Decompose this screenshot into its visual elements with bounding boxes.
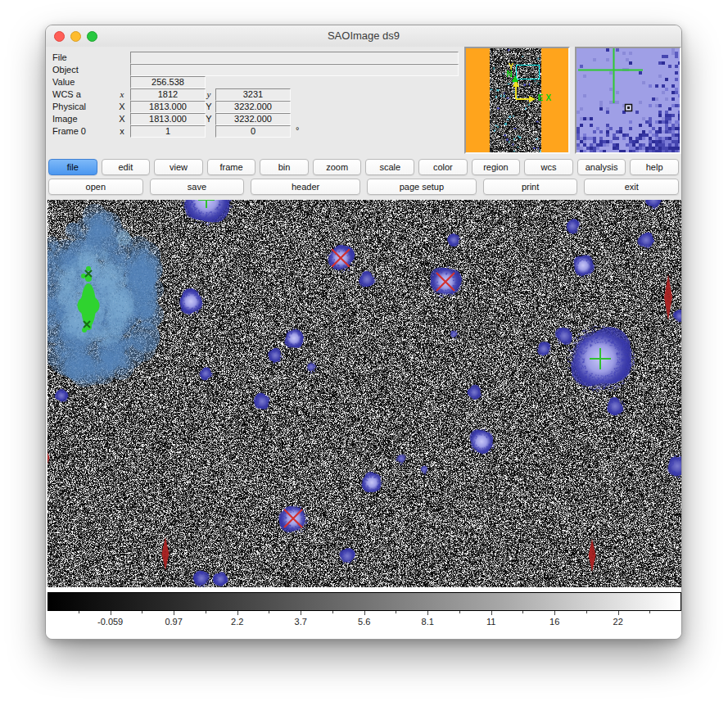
info-panel: File Object Value 256.538 WCS a x 1812 y… [46, 52, 464, 138]
colorbar-minor-tick [586, 611, 587, 613]
file-row: File [46, 52, 464, 64]
colorbar-tick-label: -0.059 [97, 617, 123, 627]
colorbar-tick-label: 22 [613, 617, 623, 627]
colorbar-major-tick [237, 611, 238, 615]
header-button[interactable]: header [251, 179, 360, 195]
magnifier-canvas[interactable] [577, 48, 680, 152]
colorbar-minor-tick [522, 611, 523, 613]
menu-button-wcs[interactable]: wcs [524, 159, 573, 175]
app-window: SAOImage ds9 File Object Value 256.538 W… [45, 25, 682, 640]
page-setup-button[interactable]: page setup [367, 179, 477, 195]
image-y-label: Y [203, 114, 215, 124]
colorbar-minor-tick [649, 611, 650, 613]
colorbar-minor-tick [142, 611, 142, 613]
value-row: Value 256.538 [46, 76, 464, 88]
titlebar[interactable]: SAOImage ds9 [46, 25, 681, 47]
frame-label: Frame 0 [52, 126, 86, 136]
image-x-label: X [116, 114, 128, 124]
wcs-y-field[interactable]: 3231 [215, 88, 291, 101]
file-menu-bar: open save header page setup print exit [48, 179, 679, 195]
colorbar-major-tick [427, 611, 428, 615]
physical-label: Physical [52, 102, 86, 111]
menu-button-analysis[interactable]: analysis [577, 159, 626, 175]
file-label: File [52, 52, 67, 62]
colorbar-major-tick [554, 611, 555, 615]
colorbar-tick-label: 11 [486, 617, 495, 627]
physical-y-field[interactable]: 3232.000 [215, 101, 291, 113]
colorbar-minor-tick [396, 611, 396, 613]
degree-label: ° [296, 125, 299, 135]
image-label: Image [52, 114, 78, 124]
wcs-label: WCS a [52, 89, 81, 99]
panner-canvas[interactable] [466, 48, 568, 152]
window-title: SAOImage ds9 [46, 25, 681, 47]
value-field[interactable]: 256.538 [130, 76, 206, 88]
colorbar-tick-label: 16 [549, 617, 559, 627]
object-field[interactable] [130, 64, 459, 76]
magnifier[interactable] [575, 47, 681, 154]
colorbar-major-tick [364, 611, 365, 615]
colorbar-tick-label: 0.97 [165, 617, 182, 627]
colorbar-minor-tick [332, 611, 333, 613]
menu-button-color[interactable]: color [418, 159, 468, 175]
colorbar-tick-label: 3.7 [295, 617, 307, 627]
value-label: Value [52, 77, 75, 87]
colorbar-minor-tick [79, 611, 79, 613]
object-row: Object [46, 64, 464, 76]
file-field[interactable] [130, 52, 459, 64]
colorbar-major-tick [174, 611, 174, 615]
sky-canvas[interactable] [47, 200, 681, 587]
menu-button-frame[interactable]: frame [207, 159, 256, 175]
frame-row: Frame 0 x 1 0 ° [46, 125, 464, 138]
menu-button-zoom[interactable]: zoom [313, 159, 362, 175]
wcs-x-field[interactable]: 1812 [130, 88, 206, 101]
frame-x-label: x [116, 126, 128, 136]
menu-button-help[interactable]: help [630, 159, 679, 175]
exit-button[interactable]: exit [584, 179, 679, 195]
colorbar-labels: -0.0590.972.23.75.68.1111622 [48, 616, 681, 628]
colorbar-major-tick [618, 611, 619, 615]
panner[interactable] [464, 47, 570, 154]
colorbar-major-tick [301, 611, 301, 615]
colorbar-tick-label: 8.1 [422, 617, 434, 627]
colorbar[interactable] [47, 592, 681, 611]
colorbar-area: -0.0590.972.23.75.68.1111622 [46, 587, 682, 640]
colorbar-minor-tick [206, 611, 206, 613]
colorbar-minor-tick [269, 611, 269, 613]
frame-rotate-field[interactable]: 0 [215, 125, 291, 138]
menu-button-bin[interactable]: bin [260, 159, 309, 175]
wcs-y-label: y [203, 89, 215, 99]
image-y-field[interactable]: 3232.000 [215, 113, 291, 125]
physical-x-field[interactable]: 1813.000 [130, 101, 206, 113]
wcs-row: WCS a x 1812 y 3231 [46, 88, 464, 101]
image-display[interactable] [47, 200, 681, 587]
object-label: Object [52, 65, 79, 75]
menu-button-view[interactable]: view [154, 159, 203, 175]
colorbar-major-tick [111, 611, 111, 615]
colorbar-tick-label: 2.2 [231, 617, 243, 627]
image-row: Image X 1813.000 Y 3232.000 [46, 113, 464, 125]
image-x-field[interactable]: 1813.000 [130, 113, 206, 125]
colorbar-tick-label: 5.6 [358, 617, 370, 627]
print-button[interactable]: print [483, 179, 578, 195]
menu-button-edit[interactable]: edit [102, 159, 151, 175]
open-button[interactable]: open [48, 179, 143, 195]
physical-row: Physical X 1813.000 Y 3232.000 [46, 101, 464, 113]
colorbar-minor-tick [459, 611, 460, 613]
wcs-x-label: x [116, 89, 128, 99]
frame-zoom-field[interactable]: 1 [130, 125, 206, 138]
physical-y-label: Y [203, 102, 215, 111]
menu-button-scale[interactable]: scale [365, 159, 414, 175]
menu-bar: file edit view frame bin zoom scale colo… [48, 159, 679, 175]
menu-button-region[interactable]: region [472, 159, 521, 175]
colorbar-major-tick [491, 611, 492, 615]
menu-button-file[interactable]: file [48, 159, 97, 175]
physical-x-label: X [116, 102, 128, 111]
save-button[interactable]: save [150, 179, 245, 195]
